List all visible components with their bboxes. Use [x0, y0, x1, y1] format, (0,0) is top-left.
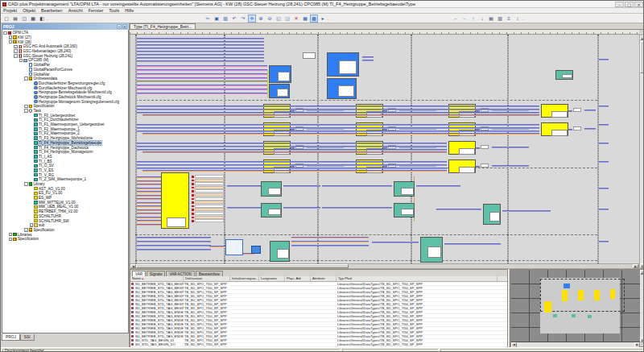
- column-header-deklaration[interactable]: Deklaration: [184, 276, 230, 281]
- canvas-vertical-scrollbar[interactable]: ▲ ▼: [639, 35, 644, 269]
- zoom-in-icon[interactable]: ⊕: [257, 14, 265, 23]
- function-block-blue[interactable]: [269, 84, 290, 98]
- table-tab-signale[interactable]: Signale: [147, 271, 165, 276]
- undo-icon[interactable]: ↶: [230, 14, 238, 23]
- close-icon[interactable]: ✕: [122, 24, 127, 29]
- toolbar-overflow-icon[interactable]: .: [328, 16, 330, 21]
- scroll-down-icon[interactable]: ▼: [640, 263, 644, 268]
- function-block-teal[interactable]: [270, 241, 290, 262]
- copy-project-icon[interactable]: ◫: [20, 14, 28, 23]
- collapse-icon[interactable]: -: [24, 109, 28, 113]
- expand-icon[interactable]: +: [24, 105, 28, 109]
- maximize-button[interactable]: ▢: [625, 2, 634, 7]
- column-header-name[interactable]: Name ▴: [130, 276, 184, 281]
- minimize-button[interactable]: –: [615, 2, 624, 7]
- table-tab-var[interactable]: VAR: [132, 271, 146, 276]
- collapse-icon[interactable]: -: [3, 31, 7, 35]
- function-block-blue[interactable]: [327, 52, 359, 77]
- panel-tab-ssi[interactable]: SSI: [20, 334, 35, 341]
- collapse-icon[interactable]: -: [19, 59, 23, 63]
- menu-projekt[interactable]: Projekt: [3, 8, 17, 13]
- expand-icon[interactable]: +: [9, 238, 13, 242]
- arrow-right-icon[interactable]: →: [460, 14, 469, 23]
- function-block-teal[interactable]: [394, 203, 415, 217]
- sort-icon[interactable]: ↕: [514, 14, 522, 23]
- save-icon[interactable]: ▦: [29, 14, 37, 23]
- list-icon[interactable]: ≡: [505, 14, 513, 23]
- scrollbar-thumb[interactable]: [136, 264, 349, 268]
- expand-icon[interactable]: +: [30, 223, 34, 227]
- expand-icon[interactable]: +: [9, 35, 13, 39]
- collapse-icon[interactable]: -: [14, 54, 18, 58]
- scroll-left-icon[interactable]: ◀: [130, 264, 136, 268]
- scroll-up-icon[interactable]: ▲: [640, 270, 644, 275]
- function-block-yellow[interactable]: [541, 104, 568, 118]
- function-block-yellow[interactable]: [448, 141, 476, 155]
- expand-icon[interactable]: +: [14, 45, 18, 49]
- zoom-fit-icon[interactable]: ◱: [275, 14, 283, 23]
- paste-icon[interactable]: ▧: [221, 14, 229, 23]
- table-tab-var-action[interactable]: VAR ACTION: [166, 271, 194, 276]
- pointer-icon[interactable]: ▸: [319, 14, 327, 23]
- cut-icon[interactable]: ✂: [204, 14, 212, 23]
- function-block-blue[interactable]: [327, 78, 357, 99]
- overview-icon[interactable]: ▩: [310, 14, 318, 23]
- function-block-teal[interactable]: [261, 203, 282, 217]
- scroll-up-icon[interactable]: ▲: [640, 35, 644, 40]
- column-header-initialisierungsw-[interactable]: Initialisierungsw...: [230, 276, 259, 281]
- panel-tab-proj[interactable]: PROJ: [2, 334, 20, 341]
- scrollbar-thumb[interactable]: [640, 41, 644, 73]
- collapse-icon[interactable]: -: [24, 182, 28, 186]
- menu-ansicht[interactable]: Ansicht: [68, 8, 83, 13]
- function-block-teal[interactable]: [483, 204, 501, 225]
- copy-icon[interactable]: ▣: [213, 14, 221, 23]
- function-block-yellow[interactable]: [448, 159, 476, 173]
- function-block-teal[interactable]: [394, 181, 415, 197]
- window-layout-icon[interactable]: ◧: [38, 14, 46, 23]
- grid-icon[interactable]: ▦: [301, 14, 309, 23]
- canvas-horizontal-scrollbar[interactable]: ◀ ▶: [130, 263, 639, 269]
- expand-icon[interactable]: +: [24, 228, 28, 232]
- close-button[interactable]: ✕: [634, 2, 643, 7]
- column-header-langname[interactable]: Langname: [259, 276, 285, 281]
- open-icon[interactable]: ▤: [11, 14, 19, 23]
- scroll-right-icon[interactable]: ▶: [633, 264, 638, 268]
- collapse-icon[interactable]: -: [24, 77, 28, 81]
- column-header-attribute[interactable]: Attribute: [311, 276, 336, 281]
- connect-mode-icon[interactable]: ✛: [248, 14, 256, 23]
- column-view-icon[interactable]: ▥: [496, 14, 504, 23]
- table-tab-bausteinliste[interactable]: Bausteinliste: [196, 271, 223, 276]
- function-block-teal[interactable]: [555, 70, 573, 80]
- function-block-teal[interactable]: [420, 237, 443, 263]
- menu-bearbeiten[interactable]: Bearbeiten: [41, 8, 63, 13]
- function-block-yellow-large[interactable]: [161, 172, 189, 229]
- toolbar-overflow-icon[interactable]: .: [47, 16, 49, 21]
- minimap-vertical-scrollbar[interactable]: ▲ ▼: [640, 270, 644, 342]
- expand-icon[interactable]: +: [14, 49, 18, 53]
- zoom-out-icon[interactable]: ⊖: [266, 14, 274, 23]
- toolbar-overflow-icon[interactable]: .: [522, 16, 525, 21]
- arrow-up-icon[interactable]: ↑: [469, 14, 477, 23]
- column-header-typ-pfad[interactable]: Typ-Pfad: [336, 276, 497, 281]
- pin-icon[interactable]: ▪: [117, 24, 122, 29]
- menu-tools[interactable]: Tools: [109, 8, 119, 13]
- minimap-view[interactable]: [511, 270, 640, 342]
- menu-objekt[interactable]: Objekt: [23, 8, 35, 13]
- arrow-left-icon[interactable]: ←: [452, 14, 460, 23]
- arrow-down-icon[interactable]: ↓: [478, 14, 486, 23]
- menu-fenster[interactable]: Fenster: [89, 8, 104, 13]
- redo-icon[interactable]: ↷: [239, 14, 247, 23]
- scroll-down-icon[interactable]: ▼: [640, 338, 644, 342]
- editor-tab-type[interactable]: Type [TI_F4_Heizgruppe_Betri...: [130, 23, 196, 29]
- function-block-blue[interactable]: [269, 65, 291, 83]
- expand-icon[interactable]: +: [9, 233, 13, 237]
- menu-hilfe[interactable]: Hilfe: [125, 8, 134, 13]
- zoom-region-icon[interactable]: ◲: [283, 14, 291, 23]
- function-block-yellow[interactable]: [541, 122, 568, 136]
- function-block-teal[interactable]: [261, 181, 282, 197]
- cfc-diagram-canvas[interactable]: [130, 35, 639, 263]
- new-icon[interactable]: ▢: [2, 14, 10, 23]
- collapse-icon[interactable]: -: [9, 40, 13, 44]
- column-header-phys-adr-[interactable]: Phys. Adr.: [285, 276, 311, 281]
- delete-icon[interactable]: ✕: [292, 14, 300, 23]
